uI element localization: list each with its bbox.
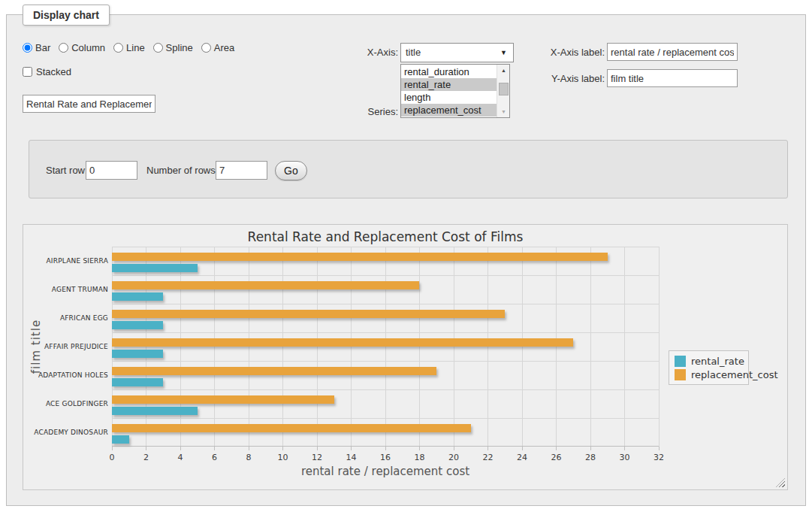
dropdown-arrow-icon: ▼ bbox=[500, 50, 507, 56]
chart-type-label: Spline bbox=[166, 42, 193, 53]
stacked-option[interactable]: Stacked bbox=[23, 66, 71, 77]
panel-legend: Display chart bbox=[23, 5, 110, 26]
x-tick-label: 6 bbox=[212, 453, 217, 462]
series-scrollbar[interactable]: ▲ ▼ bbox=[497, 65, 509, 117]
x-axis-select[interactable]: title ▼ bbox=[400, 43, 514, 62]
chart-container: Rental Rate and Replacement Cost of Film… bbox=[23, 224, 788, 490]
x-tick-mark bbox=[624, 447, 625, 450]
chart-type-radio-area[interactable] bbox=[201, 43, 211, 53]
x-tick-label: 8 bbox=[246, 453, 252, 462]
chart-title-input[interactable] bbox=[23, 95, 155, 113]
row-range-panel: Start row: Number of rows: Go bbox=[29, 140, 788, 198]
gridline-vertical bbox=[282, 247, 283, 447]
category-label: AGENT TRUMAN bbox=[26, 286, 108, 293]
chart-type-option-bar[interactable]: Bar bbox=[23, 42, 50, 53]
series-option-replacement_cost[interactable]: replacement_cost bbox=[401, 104, 497, 117]
gridline-vertical bbox=[454, 247, 454, 447]
rental_rate-bar bbox=[112, 378, 163, 386]
gridline-vertical bbox=[385, 247, 386, 447]
gridline-vertical bbox=[522, 247, 523, 447]
x-tick-label: 12 bbox=[312, 453, 322, 462]
number-of-rows-label: Number of rows: bbox=[146, 165, 218, 176]
rental_rate-bar bbox=[112, 407, 198, 415]
gridline-vertical bbox=[249, 247, 249, 447]
gridline-vertical bbox=[488, 247, 488, 447]
x-tick-mark bbox=[214, 447, 215, 450]
replacement_cost-bar bbox=[112, 395, 334, 404]
chart-type-label: Bar bbox=[35, 42, 50, 53]
gridline-horizontal bbox=[112, 418, 659, 419]
chart-type-option-line[interactable]: Line bbox=[113, 42, 145, 53]
x-tick-mark bbox=[419, 447, 420, 450]
scroll-down-icon[interactable]: ▼ bbox=[497, 106, 510, 117]
number-of-rows-input[interactable] bbox=[216, 161, 267, 180]
series-options: rental_durationrental_ratelengthreplacem… bbox=[401, 65, 497, 117]
chart-type-label: Line bbox=[126, 42, 145, 53]
gridline-vertical bbox=[659, 247, 660, 447]
x-axis-ticks: 02468101214161820222426283032 bbox=[112, 447, 659, 466]
gridline-vertical bbox=[556, 247, 557, 447]
legend-item-rental_rate[interactable]: rental_rate bbox=[675, 354, 743, 368]
gridline-horizontal bbox=[112, 275, 659, 276]
gridline-horizontal bbox=[112, 247, 659, 247]
x-tick-mark bbox=[180, 447, 181, 450]
scroll-up-icon[interactable]: ▲ bbox=[497, 65, 510, 76]
gridline-vertical bbox=[146, 247, 146, 447]
resize-grip-icon[interactable] bbox=[776, 478, 785, 487]
chart-type-group: BarColumnLineSplineArea bbox=[23, 42, 234, 53]
stacked-checkbox[interactable] bbox=[23, 67, 32, 77]
x-tick-mark bbox=[488, 447, 488, 450]
go-button[interactable]: Go bbox=[275, 161, 307, 180]
x-tick-label: 26 bbox=[551, 453, 562, 462]
x-tick-mark bbox=[249, 447, 249, 450]
x-tick-label: 4 bbox=[178, 453, 183, 462]
chart-type-radio-column[interactable] bbox=[59, 43, 68, 53]
x-axis-title: rental rate / replacement cost bbox=[112, 465, 659, 478]
replacement_cost-bar bbox=[112, 253, 608, 261]
x-tick-label: 2 bbox=[143, 453, 149, 462]
chart-type-option-column[interactable]: Column bbox=[59, 42, 105, 53]
x-tick-label: 0 bbox=[110, 453, 115, 462]
stacked-label: Stacked bbox=[36, 66, 71, 77]
category-label: ACADEMY DINOSAUR bbox=[26, 429, 108, 436]
gridline-vertical bbox=[317, 247, 318, 447]
plot-area bbox=[112, 247, 659, 447]
x-tick-mark bbox=[282, 447, 283, 450]
x-tick-label: 32 bbox=[654, 453, 664, 462]
category-label: AIRPLANE SIERRA bbox=[26, 257, 108, 265]
gridline-horizontal bbox=[112, 389, 659, 390]
start-row-input[interactable] bbox=[86, 161, 137, 180]
chart-type-radio-bar[interactable] bbox=[23, 43, 32, 53]
x-axis-label-input[interactable] bbox=[607, 43, 738, 61]
x-tick-label: 16 bbox=[380, 453, 391, 462]
legend-swatch bbox=[675, 369, 686, 380]
gridline-vertical bbox=[419, 247, 420, 447]
x-tick-label: 28 bbox=[585, 453, 596, 462]
series-multiselect[interactable]: rental_durationrental_ratelengthreplacem… bbox=[400, 64, 510, 118]
legend-item-replacement_cost[interactable]: replacement_cost bbox=[675, 368, 743, 381]
y-axis-label-input[interactable] bbox=[607, 69, 738, 87]
chart-type-option-area[interactable]: Area bbox=[201, 42, 234, 53]
start-row-label: Start row: bbox=[46, 165, 88, 176]
replacement_cost-bar bbox=[112, 367, 436, 375]
rental_rate-bar bbox=[112, 264, 198, 272]
series-option-length[interactable]: length bbox=[401, 91, 497, 104]
gridline-vertical bbox=[351, 247, 352, 447]
replacement_cost-bar bbox=[112, 310, 505, 318]
page: Display chart BarColumnLineSplineArea St… bbox=[0, 0, 812, 512]
chart-type-radio-spline[interactable] bbox=[153, 43, 163, 53]
x-axis-selected-value: title bbox=[406, 44, 421, 62]
legend-swatch bbox=[675, 356, 686, 367]
x-axis-select-label: X-Axis: bbox=[337, 47, 398, 58]
gridline-horizontal bbox=[112, 332, 659, 333]
scrollbar-thumb[interactable] bbox=[499, 83, 509, 95]
rental_rate-bar bbox=[112, 435, 129, 444]
gridline-vertical bbox=[590, 247, 591, 447]
x-tick-label: 22 bbox=[483, 453, 494, 462]
x-tick-mark bbox=[112, 447, 113, 450]
chart-type-radio-line[interactable] bbox=[113, 43, 123, 53]
series-option-rental_duration[interactable]: rental_duration bbox=[401, 65, 497, 78]
series-option-rental_rate[interactable]: rental_rate bbox=[401, 78, 497, 91]
gridline-vertical bbox=[180, 247, 181, 447]
chart-type-option-spline[interactable]: Spline bbox=[153, 42, 193, 53]
